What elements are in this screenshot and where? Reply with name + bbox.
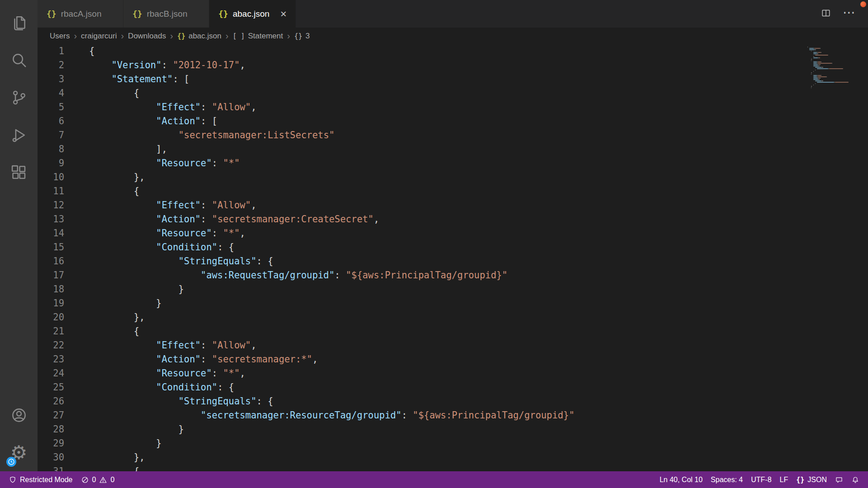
line-number: 17 [38,268,64,282]
status-label: Restricted Mode [20,476,73,484]
code-line[interactable]: 22 "Effect": "Allow", [38,338,868,352]
line-content: "Resource": "*", [89,366,245,380]
breadcrumb-item-downloads[interactable]: Downloads [128,32,166,41]
line-content: "Action": [ [89,114,217,128]
line-number: 11 [38,184,64,198]
tab-rbacA.json[interactable]: {}rbacA.json [38,0,123,28]
code-line[interactable]: 26 "StringEquals": { [38,394,868,408]
code-line[interactable]: 21 { [38,324,868,338]
code-line[interactable]: 13 "Action": "secretsmanager:CreateSecre… [38,212,868,226]
line-number: 8 [38,142,64,156]
line-number: 16 [38,254,64,268]
line-content: }, [89,170,145,184]
breadcrumb-item-abac-json[interactable]: {}abac.json [177,32,222,41]
code-line[interactable]: 28 } [38,422,868,436]
minimap-line [807,87,858,88]
more-actions-button[interactable]: ⋯ [843,9,856,19]
status-language-mode[interactable]: {}JSON [792,476,831,484]
breadcrumb-separator-icon: › [223,31,231,41]
line-content: "Resource": "*", [89,226,245,240]
breadcrumb-label: Users [50,32,70,41]
line-content: ], [89,142,167,156]
activity-item-explorer[interactable] [0,4,38,41]
code-line[interactable]: 4 { [38,86,868,100]
line-content: "Action": "secretsmanager:*", [89,352,318,366]
code-line[interactable]: 15 "Condition": { [38,240,868,254]
breadcrumb-label: 3 [306,32,310,41]
code-line[interactable]: 9 "Resource": "*" [38,156,868,170]
status-indentation[interactable]: Spaces: 4 [707,476,747,484]
code-line[interactable]: 31 { [38,465,868,471]
status-cursor-position[interactable]: Ln 40, Col 10 [656,476,707,484]
close-icon[interactable]: × [280,9,287,19]
code-line[interactable]: 27 "secretsmanager:ResourceTag/groupid":… [38,408,868,422]
breadcrumb-separator-icon: › [168,31,175,41]
tab-bar: {}rbacA.json{}rbacB.json{}abac.json× ⋯ [38,0,868,28]
code-line[interactable]: 25 "Condition": { [38,380,868,394]
activity-item-source-control[interactable] [0,79,38,116]
activity-item-extensions[interactable] [0,154,38,191]
status-eol[interactable]: LF [776,476,793,484]
line-content: { [89,465,139,471]
breadcrumb-item-craigarcuri[interactable]: craigarcuri [81,32,117,41]
line-content: "Condition": { [89,240,234,254]
activity-item-account[interactable] [0,396,38,434]
feedback-icon [835,476,843,484]
line-content: } [89,282,184,296]
tab-label: abac.json [233,9,269,19]
activity-item-settings[interactable]: ⚙ [0,434,38,471]
code-line[interactable]: 8 ], [38,142,868,156]
line-content: "Condition": { [89,380,234,394]
code-line[interactable]: 11 { [38,184,868,198]
line-number: 21 [38,324,64,338]
code-line[interactable]: 18 } [38,282,868,296]
status-problems[interactable]: 00 [77,471,119,488]
tab-abac.json[interactable]: {}abac.json× [209,0,296,28]
code-line[interactable]: 12 "Effect": "Allow", [38,198,868,212]
editor[interactable]: 1{2 "Version": "2012-10-17",3 "Statement… [38,44,868,471]
breadcrumb-separator-icon: › [285,31,292,41]
code-line[interactable]: 6 "Action": [ [38,114,868,128]
status-notifications[interactable] [847,476,863,484]
code-line[interactable]: 29 } [38,436,868,450]
split-editor-button[interactable] [821,8,831,20]
breadcrumb-label: abac.json [189,32,222,41]
line-content: "secretsmanager:ResourceTag/groupid": "$… [89,408,575,422]
line-content: "StringEquals": { [89,254,273,268]
array-symbol-icon: [ ] [232,32,245,40]
code-area[interactable]: 1{2 "Version": "2012-10-17",3 "Statement… [38,44,868,471]
code-line[interactable]: 23 "Action": "secretsmanager:*", [38,352,868,366]
code-line[interactable]: 19 } [38,296,868,310]
status-feedback[interactable] [831,476,847,484]
code-line[interactable]: 10 }, [38,170,868,184]
line-content: } [89,296,161,310]
status-encoding[interactable]: UTF-8 [747,476,775,484]
code-line[interactable]: 5 "Effect": "Allow", [38,100,868,114]
line-content: "Effect": "Allow", [89,338,256,352]
code-line[interactable]: 17 "aws:RequestTag/groupid": "${aws:Prin… [38,268,868,282]
code-line[interactable]: 1{ [38,44,868,58]
activity-item-search[interactable] [0,41,38,79]
activity-item-run-debug[interactable] [0,116,38,154]
breadcrumb-separator-icon: › [118,31,126,41]
code-line[interactable]: 24 "Resource": "*", [38,366,868,380]
breadcrumb-item-3[interactable]: {}3 [294,32,310,41]
line-content: "Effect": "Allow", [89,198,256,212]
code-line[interactable]: 20 }, [38,310,868,324]
recording-indicator-dot [860,1,866,7]
code-line[interactable]: 3 "Statement": [ [38,72,868,86]
activity-bar: ⚙ [0,0,38,471]
code-line[interactable]: 2 "Version": "2012-10-17", [38,58,868,72]
breadcrumb-item-users[interactable]: Users [50,32,70,41]
minimap[interactable] [807,46,858,88]
line-content: }, [89,450,145,465]
files-icon [10,14,28,31]
tab-rbacB.json[interactable]: {}rbacB.json [123,0,209,28]
code-line[interactable]: 7 "secretsmanager:ListSecrets" [38,128,868,142]
status-restricted-mode[interactable]: Restricted Mode [5,471,77,488]
breadcrumb-item-statement[interactable]: [ ]Statement [232,32,283,41]
code-line[interactable]: 14 "Resource": "*", [38,226,868,240]
code-line[interactable]: 30 }, [38,450,868,465]
code-line[interactable]: 16 "StringEquals": { [38,254,868,268]
bell-icon [851,476,859,484]
